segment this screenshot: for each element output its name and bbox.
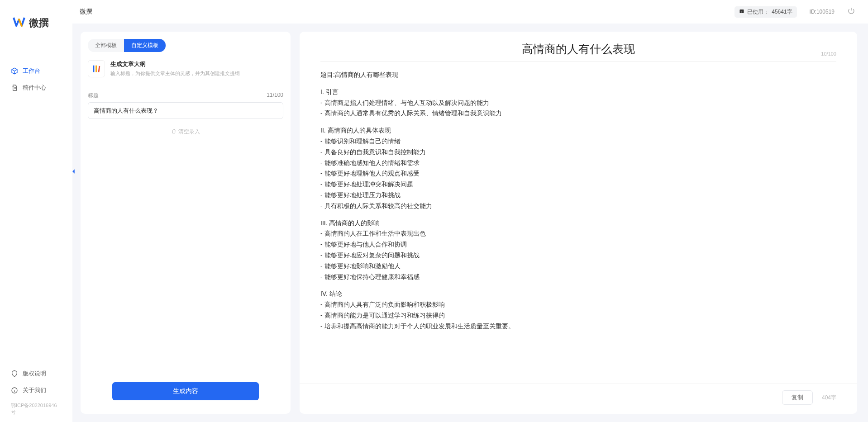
clear-label: 清空录入 <box>178 128 200 136</box>
generate-button[interactable]: 生成内容 <box>112 382 259 400</box>
title-label: 标题 <box>88 92 99 100</box>
tab-custom-templates[interactable]: 自定义模板 <box>124 39 166 52</box>
template-desc: 输入标题，为你提供文章主体的灵感，并为其创建推文提纲 <box>110 70 240 77</box>
output-panel: 高情商的人有什么表现 10/100 题目:高情商的人有哪些表现I. 引言 - 高… <box>300 32 857 414</box>
doc-icon <box>11 84 18 91</box>
output-section: II. 高情商的人的具体表现 - 能够识别和理解自己的情绪 - 具备良好的自我意… <box>320 125 836 211</box>
output-title[interactable]: 高情商的人有什么表现 <box>320 42 836 57</box>
tab-all-templates[interactable]: 全部模板 <box>88 39 124 52</box>
text-block-icon: T <box>739 9 744 15</box>
usage-badge[interactable]: T 已使用： 45641字 <box>734 6 796 18</box>
logo-text: 微撰 <box>29 16 49 30</box>
input-panel: 全部模板 自定义模板 生成文章大纲 输入标题，为你提供文章主体的灵感，并为其创建… <box>81 32 291 414</box>
sidebar-item-copyright[interactable]: 版权说明 <box>0 366 72 381</box>
user-id: ID:100519 <box>810 9 835 15</box>
topbar-right: T 已使用： 45641字 ID:100519 <box>734 6 855 18</box>
output-title-counter: 10/100 <box>821 51 836 57</box>
sidebar-item-label: 版权说明 <box>23 370 46 378</box>
main-area: 微撰 T 已使用： 45641字 ID:100519 全部模板 自定义模板 <box>72 0 868 422</box>
sidebar-bottom: 版权说明 关于我们 鄂ICP备2022016946号 <box>0 361 72 422</box>
sidebar-item-about[interactable]: 关于我们 <box>0 383 72 398</box>
sidebar-item-label: 稿件中心 <box>23 84 46 92</box>
sidebar-item-drafts[interactable]: 稿件中心 <box>0 80 72 95</box>
output-section: III. 高情商的人的影响 - 高情商的人在工作和生活中表现出色 - 能够更好地… <box>320 218 836 283</box>
clear-input-button[interactable]: 清空录入 <box>88 128 283 136</box>
power-icon[interactable] <box>847 7 855 17</box>
output-body[interactable]: 题目:高情商的人有哪些表现I. 引言 - 高情商是指人们处理情绪、与他人互动以及… <box>320 62 836 377</box>
app-logo: 微撰 <box>0 9 72 44</box>
output-section: IV. 结论 - 高情商的人具有广泛的负面影响和积极影响 - 高情商的能力是可以… <box>320 289 836 332</box>
output-section: I. 引言 - 高情商是指人们处理情绪、与他人互动以及解决问题的能力 - 高情商… <box>320 87 836 119</box>
title-counter: 11/100 <box>267 92 283 100</box>
topbar: 微撰 T 已使用： 45641字 ID:100519 <box>72 0 868 24</box>
output-char-count: 404字 <box>822 394 836 402</box>
title-input[interactable] <box>88 102 283 119</box>
template-tabs: 全部模板 自定义模板 <box>81 32 291 52</box>
trash-icon <box>171 128 176 135</box>
sidebar-nav: 工作台 稿件中心 <box>0 44 72 361</box>
page-title: 微撰 <box>80 8 92 16</box>
sidebar-collapse-handle[interactable] <box>71 168 77 176</box>
work-area: 全部模板 自定义模板 生成文章大纲 输入标题，为你提供文章主体的灵感，并为其创建… <box>72 24 868 422</box>
sidebar-item-label: 工作台 <box>23 67 40 75</box>
svg-text:T: T <box>741 10 743 13</box>
template-card: 生成文章大纲 输入标题，为你提供文章主体的灵感，并为其创建推文提纲 <box>81 52 291 84</box>
sidebar: 微撰 工作台 稿件中心 版权说明 关于我们 鄂ICP <box>0 0 72 422</box>
sidebar-item-workbench[interactable]: 工作台 <box>0 63 72 79</box>
form-block: 标题 11/100 清空录入 <box>81 84 291 373</box>
shield-icon <box>11 370 18 377</box>
usage-value: 45641字 <box>772 8 792 16</box>
output-footer: 复制 404字 <box>300 384 857 414</box>
icp-text: 鄂ICP备2022016946号 <box>0 399 72 418</box>
output-section: 题目:高情商的人有哪些表现 <box>320 70 836 81</box>
logo-mark-icon <box>13 16 25 30</box>
template-card-icon <box>88 60 105 77</box>
sidebar-item-label: 关于我们 <box>23 386 46 394</box>
cube-icon <box>11 67 18 75</box>
template-title: 生成文章大纲 <box>110 60 240 68</box>
usage-prefix: 已使用： <box>747 8 769 16</box>
copy-button[interactable]: 复制 <box>782 390 813 405</box>
info-icon <box>11 387 18 394</box>
